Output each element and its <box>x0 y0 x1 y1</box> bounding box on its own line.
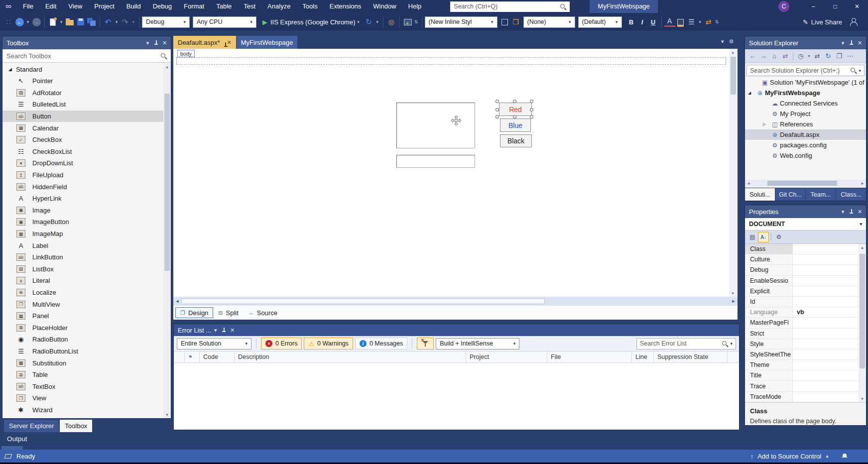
navigate-forward-button[interactable]: → <box>31 16 42 28</box>
scroll-left-icon[interactable]: ◄ <box>173 297 181 306</box>
error-list-search-input[interactable]: Search Error List ▾ <box>636 338 736 349</box>
expander-icon[interactable]: ◢ <box>748 91 755 95</box>
redo-dropdown[interactable]: ▾ <box>130 16 136 28</box>
scrollbar-thumb[interactable] <box>860 254 865 368</box>
toolbox-item[interactable]: ◉ RadioButton <box>2 334 171 346</box>
empty-div-outline[interactable] <box>176 57 726 65</box>
property-value[interactable] <box>793 329 866 339</box>
toolbox-item[interactable]: ❐ View <box>2 392 171 404</box>
property-value[interactable] <box>793 297 866 307</box>
scroll-right-icon[interactable]: ► <box>730 297 738 306</box>
multiline-textbox-control[interactable] <box>396 103 475 148</box>
toolbox-item[interactable]: ▦ Calendar <box>2 122 171 134</box>
menu-item[interactable]: Extensions <box>324 0 368 13</box>
design-button-control[interactable]: Black <box>500 134 532 147</box>
property-row[interactable]: Style <box>745 339 866 349</box>
toolbox-item[interactable]: ab Button <box>2 111 171 122</box>
selection-handle[interactable] <box>530 100 533 103</box>
menu-item[interactable]: Project <box>88 0 120 13</box>
column-header[interactable]: File <box>547 351 632 362</box>
user-avatar[interactable]: C <box>778 1 789 12</box>
toolbox-item[interactable]: ✱ Wizard <box>2 404 171 416</box>
menu-item[interactable]: Build <box>121 0 147 13</box>
selection-handle[interactable] <box>530 115 533 118</box>
toolbox-item[interactable]: ▣ Image <box>2 205 171 217</box>
scroll-down-icon[interactable]: ▼ <box>729 290 737 297</box>
selection-handle[interactable] <box>496 115 499 118</box>
column-header[interactable]: Line <box>632 351 654 362</box>
property-row[interactable]: EnableSessio <box>745 276 866 286</box>
toolbox-item[interactable]: ☷ CheckBoxList <box>2 146 171 158</box>
property-row[interactable]: StyleSheetThe <box>745 349 866 360</box>
document-tab[interactable]: MyFirstWebspage ✕ <box>237 36 298 49</box>
back-icon[interactable]: ← <box>747 51 758 61</box>
toolbox-item[interactable]: ab HiddenField <box>2 181 171 193</box>
toolbox-item[interactable]: ▤ ListBox <box>2 263 171 275</box>
find-in-files-button[interactable]: ◎ <box>386 16 397 28</box>
error-list-body[interactable] <box>174 363 739 430</box>
notifications-bell-icon[interactable] <box>841 453 848 460</box>
close-icon[interactable]: ✕ <box>228 326 237 335</box>
tree-item[interactable]: ▣ Solution 'MyFirstWebspage' (1 of 1 <box>745 77 866 88</box>
show-overlay-button[interactable] <box>499 16 510 28</box>
window-position-chevron-icon[interactable]: ▾ <box>839 208 847 216</box>
new-project-dropdown[interactable]: ▾ <box>58 16 64 28</box>
toolbox-item[interactable]: ❐ MultiView <box>2 298 171 310</box>
target-style-dropdown[interactable]: (New Inline Styl ▾ <box>425 16 497 28</box>
toolbox-item[interactable]: ☰ BulletedList <box>2 99 171 111</box>
convert-to-hyperlink-button[interactable]: ⇄ <box>703 16 714 28</box>
solution-explorer-search-input[interactable]: Search Solution Explorer (Ctrl+;) ▾ <box>746 65 865 76</box>
menu-item[interactable]: Edit <box>39 0 62 13</box>
selection-handle[interactable] <box>530 108 533 112</box>
refresh-dropdown[interactable]: ▾ <box>374 16 380 28</box>
toolbox-item[interactable]: A Label <box>2 239 171 251</box>
underline-button[interactable]: U <box>648 16 659 28</box>
window-position-chevron-icon[interactable]: ▾ <box>839 39 847 47</box>
font-color-button[interactable]: A <box>664 17 675 27</box>
pin-icon[interactable] <box>152 39 160 47</box>
menu-item[interactable]: View <box>62 0 88 13</box>
output-tab[interactable]: Output <box>7 435 27 443</box>
menu-item[interactable]: Help <box>402 0 428 13</box>
property-value[interactable] <box>793 381 866 391</box>
scroll-down-icon[interactable]: ▼ <box>859 395 866 402</box>
start-debugging-button[interactable]: ▶ IIS Express (Google Chrome) ▾ <box>260 15 364 28</box>
property-value[interactable] <box>793 265 866 275</box>
close-icon[interactable]: ✕ <box>856 208 864 216</box>
refresh-button[interactable]: ↻ <box>364 16 374 28</box>
toolbox-item[interactable]: ✓ CheckBox <box>2 134 171 146</box>
toolbox-item[interactable]: ▦ Panel <box>2 310 171 322</box>
undo-button[interactable]: ↶ <box>103 16 114 28</box>
dock-tab[interactable]: Git Ch... <box>775 188 805 201</box>
toolbox-search-input[interactable]: Search Toolbox <box>2 49 171 63</box>
toolbox-item[interactable]: ⊕ Localize <box>2 287 171 299</box>
property-row[interactable]: Theme <box>745 360 866 370</box>
toolbar-separator[interactable] <box>793 52 793 60</box>
property-row[interactable]: Trace <box>745 381 866 391</box>
alignment-dropdown[interactable]: ▾ <box>697 16 703 28</box>
selection-handle[interactable] <box>513 100 516 103</box>
browser-preview-button[interactable] <box>402 16 413 28</box>
feedback-icon[interactable] <box>849 17 858 26</box>
properties-scrollbar[interactable]: ▲ ▼ <box>859 244 866 402</box>
switch-views-icon[interactable]: ⇄ <box>812 51 823 61</box>
bold-button[interactable]: B <box>626 16 637 28</box>
solution-explorer-horizontal-scrollbar[interactable]: ◄ ► <box>745 180 866 187</box>
close-icon[interactable]: ✕ <box>160 39 169 47</box>
navigate-back-button[interactable]: ← <box>14 16 25 28</box>
toolbox-item[interactable]: ▣ ImageButton <box>2 216 171 228</box>
textbox-control[interactable] <box>396 155 475 168</box>
font-dropdown[interactable]: (Default) ▾ <box>578 16 622 28</box>
column-header[interactable]: Project <box>466 351 547 362</box>
property-row[interactable]: Language vb <box>745 307 866 318</box>
property-row[interactable]: TraceMode <box>745 392 866 402</box>
alphabetical-sort-icon[interactable]: A↓ <box>758 232 769 242</box>
menu-item[interactable]: Window <box>367 0 402 13</box>
alignment-button[interactable]: ☰ <box>686 16 697 28</box>
minimize-button[interactable]: – <box>802 0 824 13</box>
highlight-color-button[interactable] <box>675 16 686 28</box>
scrollbar-thumb[interactable] <box>767 181 837 186</box>
selection-handle[interactable] <box>496 100 499 103</box>
close-icon[interactable]: ✕ <box>856 39 864 47</box>
target-rule-dropdown[interactable]: (None) ▾ <box>523 16 575 28</box>
